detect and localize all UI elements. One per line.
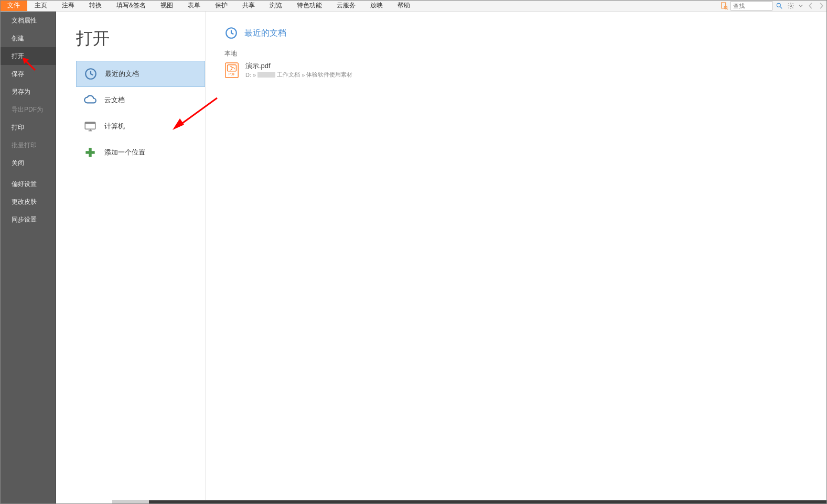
- svg-rect-8: [85, 122, 95, 124]
- nav-forward-icon[interactable]: [819, 2, 824, 9]
- chevron-down-icon[interactable]: [799, 2, 803, 9]
- tab-form[interactable]: 表单: [180, 0, 208, 11]
- clock-icon: [224, 26, 238, 40]
- clock-icon: [84, 67, 98, 81]
- cloud-icon: [83, 93, 97, 107]
- tab-browse[interactable]: 浏览: [262, 0, 289, 11]
- sidebar-item-save[interactable]: 保存: [0, 65, 56, 83]
- find-page-icon[interactable]: [720, 2, 728, 10]
- sidebar-item-batch-print[interactable]: 批量打印: [0, 136, 56, 154]
- plus-icon: [83, 146, 97, 159]
- open-locations-column: 打开 最近的文档 云文档 计算机 添加一个位置: [56, 12, 206, 504]
- recent-files-column: 最近的文档 本地 PDF 演示.pdf D: » 工作文档: [206, 12, 827, 504]
- sidebar-item-preferences[interactable]: 偏好设置: [0, 175, 56, 193]
- file-menu-sidebar: 文档属性 创建 打开 保存 另存为 导出PDF为 打印 批量打印 关闭 偏好设置…: [0, 12, 56, 504]
- file-name: 演示.pdf: [245, 61, 352, 71]
- tab-cloud[interactable]: 云服务: [329, 0, 363, 11]
- sidebar-item-doc-properties[interactable]: 文档属性: [0, 12, 56, 29]
- location-cloud-label: 云文档: [104, 95, 125, 105]
- svg-rect-0: [722, 3, 726, 8]
- sidebar-item-export-pdf[interactable]: 导出PDF为: [0, 101, 56, 118]
- tab-feature[interactable]: 特色功能: [289, 0, 329, 11]
- pdf-file-icon: PDF: [224, 62, 239, 78]
- location-add-label: 添加一个位置: [104, 148, 145, 157]
- svg-point-3: [777, 3, 780, 7]
- search-input[interactable]: [731, 1, 772, 10]
- gear-icon[interactable]: [787, 2, 794, 9]
- sidebar-item-sync-settings[interactable]: 同步设置: [0, 211, 56, 228]
- tab-share[interactable]: 共享: [235, 0, 262, 11]
- local-label: 本地: [224, 49, 827, 58]
- location-add[interactable]: 添加一个位置: [76, 139, 205, 166]
- sidebar-item-close[interactable]: 关闭: [0, 154, 56, 172]
- tab-home[interactable]: 主页: [27, 0, 55, 11]
- location-recent[interactable]: 最近的文档: [76, 61, 205, 87]
- sidebar-item-open[interactable]: 打开: [0, 47, 56, 65]
- topbar-right: [720, 0, 827, 11]
- svg-point-5: [790, 5, 792, 7]
- tab-convert[interactable]: 转换: [82, 0, 109, 11]
- nav-back-icon[interactable]: [808, 2, 813, 9]
- file-path: D: » 工作文档 » 体验软件使用素材: [245, 71, 352, 79]
- section-title: 最近的文档: [244, 28, 286, 39]
- tab-file[interactable]: 文件: [0, 0, 27, 11]
- sidebar-item-save-as[interactable]: 另存为: [0, 83, 56, 101]
- sidebar-item-create[interactable]: 创建: [0, 29, 56, 47]
- top-tab-bar: 文件 主页 注释 转换 填写&签名 视图 表单 保护 共享 浏览 特色功能 云服…: [0, 0, 827, 12]
- tab-help[interactable]: 帮助: [390, 0, 417, 11]
- location-recent-label: 最近的文档: [105, 69, 139, 79]
- tab-annotate[interactable]: 注释: [55, 0, 82, 11]
- location-cloud[interactable]: 云文档: [76, 87, 205, 113]
- tab-view[interactable]: 视图: [153, 0, 180, 11]
- tab-play[interactable]: 放映: [363, 0, 390, 11]
- svg-text:PDF: PDF: [228, 72, 235, 76]
- redacted-segment: [257, 72, 275, 78]
- location-computer[interactable]: 计算机: [76, 113, 205, 139]
- bottom-scrollbar[interactable]: [112, 500, 827, 504]
- svg-line-2: [727, 8, 728, 9]
- search-icon[interactable]: [776, 2, 783, 9]
- page-title: 打开: [76, 27, 205, 50]
- sidebar-item-print[interactable]: 打印: [0, 118, 56, 136]
- recent-file-row[interactable]: PDF 演示.pdf D: » 工作文档 » 体验软件使用素材: [224, 61, 827, 79]
- tab-fill-sign[interactable]: 填写&签名: [109, 0, 153, 11]
- sidebar-item-change-skin[interactable]: 更改皮肤: [0, 193, 56, 211]
- svg-line-4: [780, 6, 782, 8]
- location-computer-label: 计算机: [104, 122, 125, 131]
- computer-icon: [83, 119, 97, 133]
- tab-protect[interactable]: 保护: [208, 0, 235, 11]
